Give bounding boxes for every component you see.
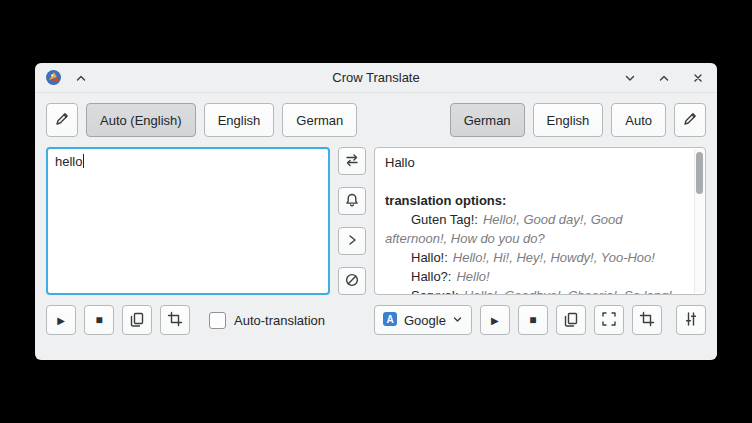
- select-area-translate-button[interactable]: [632, 305, 662, 335]
- titlebar[interactable]: Crow Translate: [35, 63, 717, 93]
- tune-button[interactable]: [676, 305, 706, 335]
- bell-icon: [344, 192, 360, 211]
- minimize-button[interactable]: [621, 69, 639, 87]
- copy-icon: [129, 311, 145, 329]
- svg-text:A: A: [386, 313, 393, 324]
- engine-label: Google: [404, 313, 446, 328]
- blank-line: [385, 172, 687, 191]
- play-translation-button[interactable]: ▶: [480, 305, 510, 335]
- source-controls: ▶ ■ Auto-translation: [46, 305, 366, 335]
- edit-source-languages-button[interactable]: [46, 103, 78, 137]
- play-icon: ▶: [57, 315, 65, 326]
- select-area-button[interactable]: [160, 305, 190, 335]
- speak-button[interactable]: [338, 187, 366, 215]
- option-term: Hallo!:: [411, 250, 448, 265]
- expand-icon: [601, 311, 617, 329]
- auto-translation-checkbox[interactable]: [209, 312, 226, 329]
- cancel-button[interactable]: [338, 267, 366, 295]
- chevron-down-icon: [452, 313, 463, 328]
- expand-window-button[interactable]: [594, 305, 624, 335]
- play-icon: ▶: [491, 315, 499, 326]
- crow-translate-window: Crow Translate Auto (English) English Ge…: [35, 63, 717, 360]
- target-controls: A Google ▶ ■: [374, 305, 706, 335]
- source-text: hello: [55, 154, 82, 169]
- edit-target-languages-button[interactable]: [674, 103, 706, 137]
- window-title: Crow Translate: [35, 70, 717, 85]
- source-language-group: Auto (English) English German: [46, 103, 357, 137]
- option-meanings: Hello!: [456, 269, 489, 284]
- keep-above-button[interactable]: [72, 69, 90, 87]
- swap-icon: [344, 152, 360, 171]
- option-term: Hallo?:: [411, 269, 451, 284]
- translation-options-heading: translation options:: [385, 191, 687, 210]
- target-lang-german-button[interactable]: German: [450, 103, 525, 137]
- translate-button[interactable]: [338, 227, 366, 255]
- source-lang-english-button[interactable]: English: [204, 103, 275, 137]
- language-toolbar: Auto (English) English German German Eng…: [46, 103, 706, 137]
- translation-option: Hallo?:Hello!: [385, 267, 687, 286]
- engine-selector[interactable]: A Google: [374, 305, 472, 335]
- translation-pane[interactable]: Hallo translation options: Guten Tag!:He…: [374, 147, 706, 295]
- option-term: Guten Tag!:: [411, 212, 478, 227]
- swap-languages-button[interactable]: [338, 147, 366, 175]
- copy-source-button[interactable]: [122, 305, 152, 335]
- translation-option: Hallo!:Hello!, Hi!, Hey!, Howdy!, Yoo-Ho…: [385, 248, 687, 267]
- translation-option: Servus!:Hello!, Goodbye!, Cheerio!, So l…: [385, 286, 687, 295]
- stop-icon: ■: [95, 313, 102, 327]
- app-icon: [45, 69, 62, 86]
- option-meanings: Hello!, Hi!, Hey!, Howdy!, Yoo-Hoo!: [453, 250, 655, 265]
- sliders-icon: [683, 311, 699, 329]
- source-lang-german-button[interactable]: German: [282, 103, 357, 137]
- source-lang-auto-button[interactable]: Auto (English): [86, 103, 196, 137]
- pencil-icon: [682, 111, 698, 130]
- auto-translation-label: Auto-translation: [234, 313, 325, 328]
- text-cursor: [83, 154, 84, 168]
- cancel-icon: [344, 272, 360, 291]
- crop-icon: [639, 311, 655, 329]
- maximize-button[interactable]: [655, 69, 673, 87]
- main-content: hello: [46, 147, 706, 335]
- stop-translation-button[interactable]: ■: [518, 305, 548, 335]
- stop-icon: ■: [529, 313, 536, 327]
- target-lang-auto-button[interactable]: Auto: [611, 103, 666, 137]
- translate-engine-icon: A: [382, 311, 398, 330]
- option-term: Servus!:: [411, 288, 459, 295]
- translation-main: Hallo: [385, 153, 687, 172]
- translation-option: Guten Tag!:Hello!, Good day!, Good after…: [385, 210, 687, 248]
- target-lang-english-button[interactable]: English: [533, 103, 604, 137]
- close-button[interactable]: [689, 69, 707, 87]
- scrollbar[interactable]: [694, 149, 704, 293]
- copy-icon: [563, 311, 579, 329]
- play-source-button[interactable]: ▶: [46, 305, 76, 335]
- chevron-right-icon: [344, 232, 360, 251]
- copy-translation-button[interactable]: [556, 305, 586, 335]
- scrollbar-thumb[interactable]: [696, 152, 703, 194]
- middle-button-column: [338, 147, 366, 295]
- crop-icon: [167, 311, 183, 329]
- target-language-group: German English Auto: [450, 103, 706, 137]
- option-meanings: Hello!, Goodbye!, Cheerio!, So long!: [464, 288, 672, 295]
- stop-source-button[interactable]: ■: [84, 305, 114, 335]
- pencil-icon: [54, 111, 70, 130]
- source-text-area[interactable]: hello: [46, 147, 330, 295]
